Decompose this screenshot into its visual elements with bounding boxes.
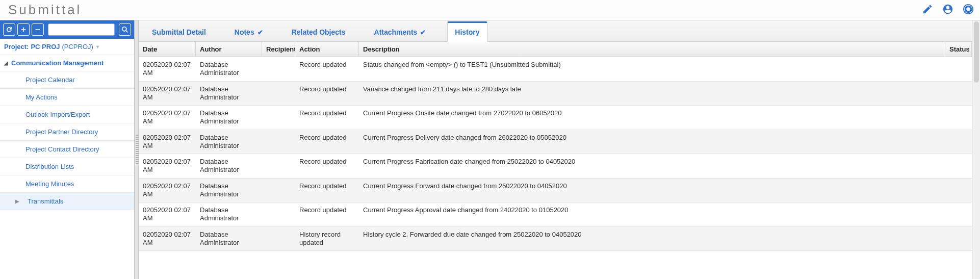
chevron-down-icon: ▾ [96, 44, 99, 49]
cell-description: Current Progress Fabrication date change… [359, 154, 945, 178]
add-button[interactable] [17, 23, 30, 36]
cell-date: 02052020 02:07 AM [139, 179, 196, 202]
expand-icon: ▶ [15, 198, 19, 204]
tab-label: Submittal Detail [152, 28, 206, 36]
sidebar-item[interactable]: Distribution Lists [0, 158, 134, 175]
sidebar-item-label: Transmittals [28, 197, 63, 205]
nav-tree: ◢ Communication Management Project Calen… [0, 55, 134, 279]
tab-label: History [455, 28, 479, 36]
check-icon: ✔ [420, 29, 426, 36]
col-header-status[interactable]: Status [945, 42, 972, 57]
tab[interactable]: Notes✔ [227, 23, 270, 41]
sidebar-toolbar [0, 20, 134, 39]
sidebar: Project: PC PROJ (PCPROJ) ▾ ◢ Communicat… [0, 20, 135, 279]
edit-icon[interactable] [922, 4, 933, 16]
cell-date: 02052020 02:07 AM [139, 227, 196, 251]
col-header-author[interactable]: Author [196, 42, 262, 57]
cell-description: Current Progress Onsite date changed fro… [359, 106, 945, 130]
tab[interactable]: Related Objects [285, 23, 353, 41]
sidebar-item-label: Outlook Import/Export [25, 111, 90, 118]
cell-recipient [262, 179, 295, 202]
cell-recipient [262, 82, 295, 106]
cell-status [945, 179, 972, 202]
check-icon: ✔ [257, 29, 263, 36]
table-row[interactable]: 02052020 02:07 AMDatabase AdministratorR… [139, 82, 972, 106]
search-button[interactable] [119, 23, 131, 36]
table-row[interactable]: 02052020 02:07 AMDatabase AdministratorR… [139, 130, 972, 155]
cell-description: History cycle 2, Forwarded due date chan… [359, 227, 945, 251]
cell-date: 02052020 02:07 AM [139, 202, 196, 226]
table-row[interactable]: 02052020 02:07 AMDatabase AdministratorH… [139, 227, 972, 251]
cell-action: History record updated [295, 227, 359, 251]
table-row[interactable]: 02052020 02:07 AMDatabase AdministratorR… [139, 57, 972, 82]
cell-date: 02052020 02:07 AM [139, 154, 196, 178]
cell-action: Record updated [295, 179, 359, 202]
collapse-icon: ◢ [4, 60, 8, 66]
table-row[interactable]: 02052020 02:07 AMDatabase AdministratorR… [139, 179, 972, 203]
sidebar-search [48, 23, 115, 36]
tab-label: Related Objects [292, 28, 346, 36]
help-icon[interactable] [963, 4, 974, 16]
cell-status [945, 227, 972, 251]
table-row[interactable]: 02052020 02:07 AMDatabase AdministratorR… [139, 154, 972, 179]
cell-description: Current Progress Approval date changed f… [359, 202, 945, 226]
search-input[interactable] [48, 23, 115, 36]
cell-author: Database Administrator [196, 202, 262, 226]
sidebar-item-label: Distribution Lists [25, 163, 74, 170]
cell-status [945, 82, 972, 106]
col-header-description[interactable]: Description [359, 42, 945, 57]
cell-recipient [262, 202, 295, 226]
cell-author: Database Administrator [196, 106, 262, 130]
scrollbar-thumb[interactable] [974, 21, 979, 83]
cell-author: Database Administrator [196, 130, 262, 154]
app-header: Submittal [0, 0, 980, 20]
cell-action: Record updated [295, 57, 359, 81]
sidebar-item[interactable]: My Actions [0, 89, 134, 106]
vertical-scrollbar[interactable] [972, 20, 980, 279]
col-header-action[interactable]: Action [295, 42, 359, 57]
project-name: PC PROJ [31, 43, 60, 50]
page-title: Submittal [8, 2, 82, 18]
cell-author: Database Administrator [196, 57, 262, 81]
col-header-recipient[interactable]: Recipient [262, 42, 295, 57]
sidebar-item-label: Meeting Minutes [25, 180, 74, 188]
cell-action: Record updated [295, 106, 359, 130]
refresh-button[interactable] [3, 23, 15, 36]
tab[interactable]: Attachments✔ [367, 23, 433, 41]
sidebar-item[interactable]: Project Contact Directory [0, 141, 134, 158]
table-row[interactable]: 02052020 02:07 AMDatabase AdministratorR… [139, 202, 972, 227]
cell-description: Current Progress Delivery date changed f… [359, 130, 945, 154]
cell-date: 02052020 02:07 AM [139, 82, 196, 106]
cell-recipient [262, 130, 295, 154]
table-row[interactable]: 02052020 02:07 AMDatabase AdministratorR… [139, 106, 972, 130]
grid-header: Date Author Recipient Action Description… [139, 42, 972, 57]
sidebar-item[interactable]: Project Partner Directory [0, 123, 134, 141]
cell-status [945, 57, 972, 81]
remove-button[interactable] [32, 23, 44, 36]
user-icon[interactable] [942, 4, 953, 16]
splitter[interactable] [135, 20, 139, 279]
sidebar-item-label: Project Contact Directory [25, 145, 99, 153]
project-selector[interactable]: Project: PC PROJ (PCPROJ) ▾ [0, 39, 134, 55]
col-header-date[interactable]: Date [139, 42, 196, 57]
sidebar-item-label: Project Calendar [25, 76, 75, 84]
sidebar-item-label: Project Partner Directory [25, 128, 98, 136]
tab-label: Notes [235, 28, 254, 36]
sidebar-item[interactable]: ▶Transmittals [0, 193, 134, 210]
cell-status [945, 106, 972, 130]
cell-recipient [262, 106, 295, 130]
sidebar-item[interactable]: Meeting Minutes [0, 175, 134, 193]
cell-action: Record updated [295, 82, 359, 106]
cell-description: Status changed from <empty> () to TEST1 … [359, 57, 945, 81]
cell-description: Current Progress Forward date changed fr… [359, 179, 945, 202]
nav-group-communication-management[interactable]: ◢ Communication Management [0, 55, 134, 71]
cell-status [945, 154, 972, 178]
tab[interactable]: Submittal Detail [145, 23, 213, 41]
tab[interactable]: History [447, 21, 487, 42]
sidebar-item[interactable]: Outlook Import/Export [0, 106, 134, 123]
sidebar-item[interactable]: Project Calendar [0, 71, 134, 89]
cell-recipient [262, 57, 295, 81]
cell-recipient [262, 154, 295, 178]
grid-body: 02052020 02:07 AMDatabase AdministratorR… [139, 57, 972, 279]
cell-date: 02052020 02:07 AM [139, 106, 196, 130]
